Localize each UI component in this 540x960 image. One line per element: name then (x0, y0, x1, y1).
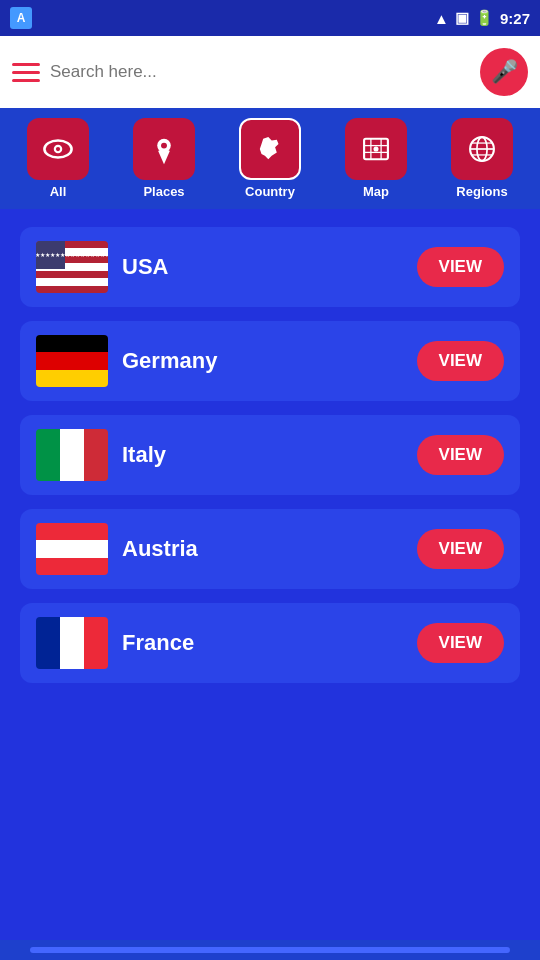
tab-places-label: Places (143, 184, 184, 199)
search-bar: 🎤 (0, 36, 540, 108)
svg-point-4 (161, 143, 167, 149)
country-name-france: France (122, 630, 403, 656)
nav-tabs: All Places Country (0, 108, 540, 209)
tab-country[interactable]: Country (220, 118, 320, 199)
time-display: 9:27 (500, 10, 530, 27)
view-button-germany[interactable]: VIEW (417, 341, 504, 381)
bottom-bar (0, 940, 540, 960)
view-button-italy[interactable]: VIEW (417, 435, 504, 475)
flag-italy (36, 429, 108, 481)
country-name-austria: Austria (122, 536, 403, 562)
status-bar: A ▲ ▣ 🔋 9:27 (0, 0, 540, 36)
tab-map-label: Map (363, 184, 389, 199)
tab-regions[interactable]: Regions (432, 118, 532, 199)
mic-button[interactable]: 🎤 (480, 48, 528, 96)
status-right: ▲ ▣ 🔋 9:27 (434, 9, 530, 27)
tab-country-icon (239, 118, 301, 180)
tab-map-icon (345, 118, 407, 180)
svg-marker-5 (158, 151, 170, 165)
country-name-usa: USA (122, 254, 403, 280)
flag-usa: ★★★★★★★★★★★★★★★★★★★★★★★★★★★★★★★★★★★★★★★★… (36, 241, 108, 293)
battery-icon: 🔋 (475, 9, 494, 27)
tab-places-icon (133, 118, 195, 180)
flag-austria (36, 523, 108, 575)
tab-all[interactable]: All (8, 118, 108, 199)
tab-places[interactable]: Places (114, 118, 214, 199)
tab-regions-icon (451, 118, 513, 180)
country-item-france: France VIEW (20, 603, 520, 683)
search-input[interactable] (50, 62, 470, 82)
a-icon: A (10, 7, 32, 29)
eye-icon (41, 132, 75, 166)
hamburger-menu-button[interactable] (12, 63, 40, 82)
country-name-germany: Germany (122, 348, 403, 374)
svg-point-2 (56, 147, 60, 151)
mic-icon: 🎤 (491, 59, 518, 85)
country-item-italy: Italy VIEW (20, 415, 520, 495)
location-icon (147, 132, 181, 166)
map-icon (359, 132, 393, 166)
country-item-usa: ★★★★★★★★★★★★★★★★★★★★★★★★★★★★★★★★★★★★★★★★… (20, 227, 520, 307)
view-button-austria[interactable]: VIEW (417, 529, 504, 569)
tab-country-label: Country (245, 184, 295, 199)
globe-icon (465, 132, 499, 166)
tab-regions-label: Regions (456, 184, 507, 199)
country-name-italy: Italy (122, 442, 403, 468)
country-item-austria: Austria VIEW (20, 509, 520, 589)
flag-france (36, 617, 108, 669)
signal-icon: ▣ (455, 9, 469, 27)
tab-all-icon (27, 118, 89, 180)
wifi-icon: ▲ (434, 10, 449, 27)
view-button-france[interactable]: VIEW (417, 623, 504, 663)
tab-all-label: All (50, 184, 67, 199)
svg-point-7 (373, 146, 378, 151)
tab-map[interactable]: Map (326, 118, 426, 199)
flag-germany (36, 335, 108, 387)
country-shape-icon (253, 132, 287, 166)
scroll-indicator (30, 947, 510, 953)
view-button-usa[interactable]: VIEW (417, 247, 504, 287)
country-item-germany: Germany VIEW (20, 321, 520, 401)
country-list: ★★★★★★★★★★★★★★★★★★★★★★★★★★★★★★★★★★★★★★★★… (0, 209, 540, 951)
